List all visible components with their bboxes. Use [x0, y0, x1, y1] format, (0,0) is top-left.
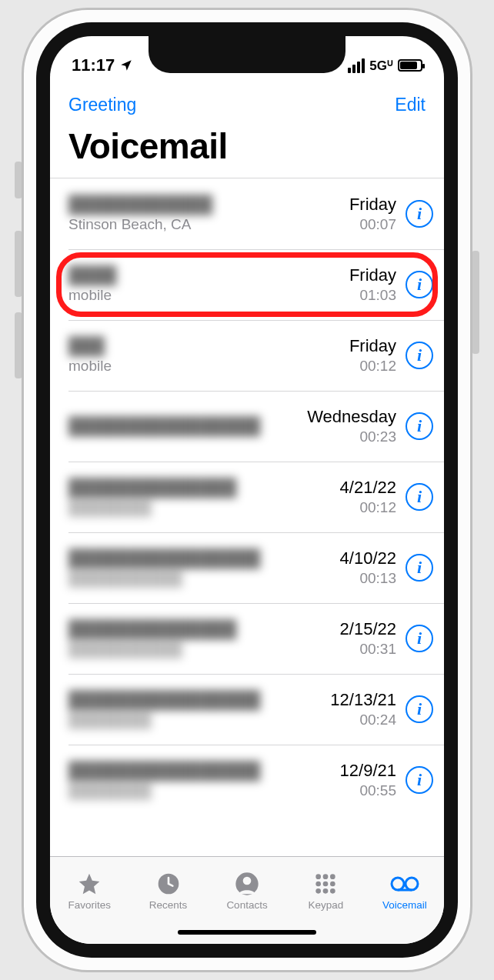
voicemail-duration: 00:12	[304, 499, 396, 516]
caller-sublabel: Stinson Beach, CA	[68, 216, 304, 233]
greeting-button[interactable]: Greeting	[68, 95, 136, 115]
svg-point-5	[330, 874, 335, 879]
voicemail-item[interactable]: ████████████████Wednesday00:23i	[50, 391, 444, 462]
caller-name: ████████████	[68, 195, 212, 215]
info-icon[interactable]: i	[406, 200, 433, 228]
caller-name: ██████████████	[68, 619, 236, 639]
voicemail-duration: 00:13	[304, 570, 396, 587]
caller-name: ████████████████	[68, 761, 260, 781]
caller-name: ████████████████	[68, 416, 260, 436]
info-icon[interactable]: i	[406, 554, 433, 582]
voicemail-date: Friday	[304, 195, 396, 215]
person-icon	[234, 872, 260, 896]
caller-sublabel: ████████	[68, 499, 152, 516]
svg-point-13	[406, 878, 418, 890]
caller-sublabel: mobile	[68, 287, 304, 304]
voicemail-item[interactable]: ████████████Stinson Beach, CAFriday00:07…	[50, 178, 444, 249]
voicemail-item[interactable]: ███████████████████████████4/10/2200:13i	[50, 532, 444, 603]
info-icon[interactable]: i	[406, 625, 433, 652]
voicemail-date: 12/13/21	[304, 690, 396, 710]
voicemail-date: Wednesday	[304, 407, 396, 427]
cellular-signal-icon	[348, 58, 365, 73]
page-title: Voicemail	[50, 121, 444, 178]
device-notch	[149, 36, 345, 73]
voicemail-duration: 01:03	[304, 287, 396, 304]
voicemail-duration: 00:23	[304, 428, 396, 445]
edit-button[interactable]: Edit	[395, 95, 426, 115]
keypad-icon	[312, 872, 339, 896]
network-label: 5Gᵁ	[369, 58, 393, 74]
tab-label: Favorites	[68, 899, 111, 911]
tab-favorites[interactable]: Favorites	[50, 863, 129, 919]
tab-label: Voicemail	[382, 899, 427, 911]
clock-icon	[155, 872, 182, 896]
nav-bar: Greeting Edit	[50, 81, 444, 121]
voicemail-date: 4/21/22	[304, 478, 396, 498]
info-icon[interactable]: i	[406, 342, 433, 369]
tab-keypad[interactable]: Keypad	[286, 863, 365, 919]
tab-label: Contacts	[226, 899, 267, 911]
caller-name: ███	[68, 336, 105, 356]
voicemail-date: 2/15/22	[304, 619, 396, 639]
star-icon	[76, 872, 102, 896]
caller-sublabel: ████████	[68, 782, 152, 799]
svg-point-10	[323, 888, 329, 894]
svg-point-7	[323, 882, 329, 887]
voicemail-duration: 00:31	[304, 641, 396, 658]
voicemail-item[interactable]: ██████████████████████4/21/2200:12i	[50, 462, 444, 532]
info-icon[interactable]: i	[406, 695, 433, 723]
info-icon[interactable]: i	[406, 271, 433, 298]
info-icon[interactable]: i	[406, 412, 433, 440]
voicemail-date: Friday	[304, 265, 396, 285]
voicemail-item[interactable]: ████mobileFriday01:03i	[50, 249, 444, 320]
voicemail-date: 4/10/22	[304, 548, 396, 568]
tab-contacts[interactable]: Contacts	[208, 863, 286, 919]
tab-bar: Favorites Recents Contacts	[50, 856, 444, 921]
voicemail-item[interactable]: ███mobileFriday00:12i	[50, 320, 444, 391]
svg-point-3	[316, 874, 322, 879]
tab-label: Recents	[149, 899, 188, 911]
voicemail-date: Friday	[304, 336, 396, 356]
svg-point-9	[316, 888, 322, 894]
voicemail-item[interactable]: █████████████████████████2/15/2200:31i	[50, 603, 444, 674]
caller-sublabel: ████████	[68, 712, 152, 728]
voicemail-duration: 00:12	[304, 358, 396, 375]
voicemail-duration: 00:24	[304, 712, 396, 728]
caller-sublabel: ███████████	[68, 570, 182, 587]
status-time: 11:17	[72, 55, 115, 75]
caller-name: ████████████████	[68, 690, 260, 710]
voicemail-date: 12/9/21	[304, 761, 396, 781]
svg-point-8	[330, 882, 335, 887]
svg-point-4	[323, 874, 329, 879]
svg-point-6	[316, 882, 322, 887]
home-indicator[interactable]	[50, 921, 444, 944]
power-button[interactable]	[472, 251, 479, 354]
svg-point-11	[330, 888, 335, 894]
caller-sublabel: mobile	[68, 358, 304, 375]
voicemail-item[interactable]: ████████████████████████12/9/2100:55i	[50, 745, 444, 815]
svg-point-12	[392, 878, 404, 890]
voicemail-duration: 00:07	[304, 216, 396, 233]
tab-voicemail[interactable]: Voicemail	[365, 863, 444, 919]
caller-name: ████	[68, 265, 116, 285]
caller-name: ████████████████	[68, 548, 260, 568]
tab-label: Keypad	[309, 899, 344, 911]
tab-recents[interactable]: Recents	[129, 863, 207, 919]
caller-name: ██████████████	[68, 478, 236, 498]
voicemail-icon	[389, 872, 420, 896]
voicemail-duration: 00:55	[304, 782, 396, 799]
battery-icon	[398, 59, 422, 72]
svg-point-2	[243, 877, 252, 885]
location-icon	[119, 58, 133, 72]
voicemail-list: ████████████Stinson Beach, CAFriday00:07…	[50, 178, 444, 856]
voicemail-item[interactable]: ████████████████████████12/13/2100:24i	[50, 674, 444, 745]
info-icon[interactable]: i	[406, 483, 433, 511]
info-icon[interactable]: i	[406, 766, 433, 794]
caller-sublabel: ███████████	[68, 641, 182, 658]
